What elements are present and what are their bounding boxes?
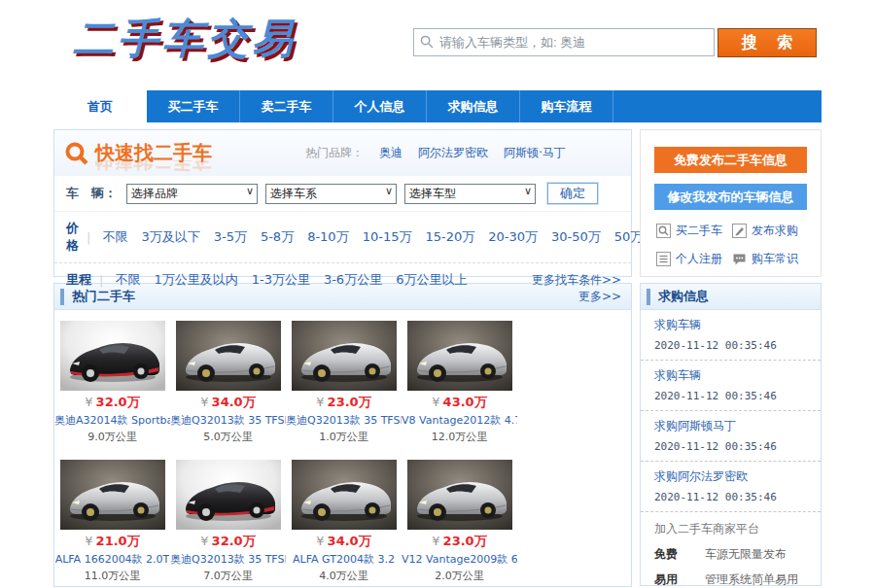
nav-tab-buy[interactable]: 买二手车 (147, 90, 240, 122)
car-price: ¥23.0万 (316, 394, 370, 411)
wanted-item-link[interactable]: 求购车辆 (654, 317, 811, 333)
wanted-item-link[interactable]: 求购车辆 (654, 367, 811, 384)
car-card-grid: ¥32.0万 奥迪A32014款 Sportback 9.0万公里 ¥34.0万… (54, 310, 631, 587)
car-photo[interactable] (292, 460, 397, 530)
car-mileage: 12.0万公里 (432, 430, 488, 444)
post-wanted-link[interactable]: 发布求购 (732, 223, 808, 239)
car-name-link[interactable]: 奥迪A32014款 Sportback (54, 413, 170, 428)
car-mileage: 4.0万公里 (319, 569, 368, 583)
car-card: ¥32.0万 奥迪Q32013款 35 TFSI 7.0万公里 (170, 460, 286, 583)
mileage-option-under1[interactable]: 1万公里及以内 (154, 271, 237, 289)
nav-tab-process[interactable]: 购车流程 (520, 90, 613, 122)
price-option-any[interactable]: 不限 (102, 228, 127, 246)
mileage-option-over6[interactable]: 6万公里以上 (396, 271, 467, 289)
car-photo[interactable] (60, 321, 165, 391)
wanted-item-link[interactable]: 求购阿尔法罗密欧 (654, 468, 811, 485)
car-price: ¥34.0万 (200, 394, 255, 411)
search-button[interactable]: 搜 索 (718, 28, 817, 57)
buy-car-link[interactable]: 买二手车 (656, 223, 732, 239)
vehicle-label: 车 辆： (66, 185, 117, 202)
car-photo[interactable] (176, 321, 281, 391)
accent-bar (60, 289, 64, 305)
price-option-10-15[interactable]: 10-15万 (363, 228, 412, 246)
mileage-label: 里程 (66, 271, 91, 289)
accent-bar (647, 289, 650, 305)
price-filter-row: 价格 | 不限 3万及以下 3-5万 5-8万 8-10万 10-15万 15-… (54, 212, 631, 262)
search-icon (420, 35, 434, 49)
hot-cars-more-link[interactable]: 更多>> (578, 289, 621, 305)
wanted-item-date: 2020-11-12 00:35:46 (654, 339, 811, 352)
price-option-3-5[interactable]: 3-5万 (214, 228, 247, 246)
join-dealer-title: 加入二手车商家平台 (654, 521, 811, 537)
price-option-8-10[interactable]: 8-10万 (307, 228, 349, 246)
confirm-button[interactable]: 确定 (547, 183, 598, 204)
chat-icon (732, 252, 747, 266)
wanted-item: 求购车辆 2020-11-12 00:35:46 (641, 310, 821, 361)
register-link[interactable]: 个人注册 (656, 251, 732, 267)
publish-car-button[interactable]: 免费发布二手车信息 (654, 147, 807, 173)
register-icon (656, 252, 671, 266)
nav-tab-wanted[interactable]: 求购信息 (427, 90, 520, 122)
brand-select[interactable]: 选择品牌 (126, 184, 258, 204)
search-box (413, 28, 715, 56)
price-option-15-20[interactable]: 15-20万 (425, 228, 474, 246)
car-mileage: 9.0万公里 (88, 430, 137, 444)
quick-links: 买二手车 发布求购 (641, 210, 821, 279)
wanted-item: 求购阿斯顿马丁 2020-11-12 00:35:46 (641, 411, 821, 462)
car-name-link[interactable]: ALFA GT2004款 3.2 (293, 552, 395, 567)
car-name-link[interactable]: ALFA 1662004款 2.0T (55, 552, 170, 567)
more-conditions-link[interactable]: 更多找车条件>> (532, 272, 621, 289)
hot-brand-audi[interactable]: 奥迪 (379, 145, 402, 161)
edit-icon (732, 224, 747, 238)
wanted-header: 求购信息 (641, 284, 821, 310)
join-row: 易用 管理系统简单易用 (654, 571, 811, 586)
car-mileage: 7.0万公里 (203, 569, 253, 583)
wanted-item-date: 2020-11-12 00:35:46 (654, 390, 811, 402)
hot-brand-alfa[interactable]: 阿尔法罗密欧 (418, 145, 488, 161)
car-photo[interactable] (60, 460, 165, 530)
model-select[interactable]: 选择车型 (404, 184, 536, 204)
car-name-link[interactable]: V12 Vantage2009款 6.0L (402, 552, 517, 567)
join-row: 免费 车源无限量发布 (654, 546, 811, 563)
vehicle-select-row: 车 辆： 选择品牌 ∨ 选择车系 ∨ 选择车型 ∨ 确定 (54, 176, 631, 211)
hot-cars-title: 热门二手车 (72, 288, 578, 305)
car-photo[interactable] (292, 321, 397, 391)
buying-tips-link[interactable]: 购车常识 (732, 251, 808, 267)
car-name-link[interactable]: 奥迪Q32013款 35 TFSI 进 (286, 413, 402, 428)
nav-tab-profile[interactable]: 个人信息 (333, 90, 427, 122)
mileage-option-1-3[interactable]: 1-3万公里 (252, 271, 310, 289)
car-name-link[interactable]: 奥迪Q32013款 35 TFSI (170, 552, 286, 567)
magnifier-icon (64, 141, 89, 166)
wanted-item-link[interactable]: 求购阿斯顿马丁 (654, 418, 811, 434)
site-logo: 二手车交易 (73, 12, 297, 66)
mileage-option-any[interactable]: 不限 (115, 271, 140, 289)
car-card: ¥23.0万 V12 Vantage2009款 6.0L 2.0万公里 (402, 460, 517, 583)
car-name-link[interactable]: 奥迪Q32013款 35 TFSI 好 (170, 413, 286, 428)
wanted-title: 求购信息 (658, 288, 811, 305)
car-name-link[interactable]: V8 Vantage2012款 4.7 S (402, 413, 517, 428)
mileage-option-3-6[interactable]: 3-6万公里 (324, 271, 382, 289)
car-price: ¥43.0万 (432, 394, 486, 411)
modify-car-button[interactable]: 修改我发布的车辆信息 (654, 184, 807, 210)
wanted-item-date: 2020-11-12 00:35:46 (654, 491, 811, 503)
join-dealer-section: 加入二手车商家平台 免费 车源无限量发布 易用 管理系统简单易用 (641, 512, 821, 586)
price-option-20-30[interactable]: 20-30万 (488, 228, 538, 246)
search-input[interactable] (413, 28, 715, 56)
page: 二手车交易 搜 索 首页 买二手车 卖二手车 个人信息 求购信息 购车流程 (0, 0, 875, 588)
price-option-under3[interactable]: 3万及以下 (141, 228, 199, 246)
car-photo[interactable] (407, 460, 512, 530)
nav-tab-home[interactable]: 首页 (53, 90, 147, 122)
series-select[interactable]: 选择车系 (265, 184, 397, 204)
price-option-30-50[interactable]: 30-50万 (551, 228, 601, 246)
nav-tab-sell[interactable]: 卖二手车 (240, 90, 333, 122)
car-card: ¥43.0万 V8 Vantage2012款 4.7 S 12.0万公里 (402, 321, 517, 444)
filters: 价格 | 不限 3万及以下 3-5万 5-8万 8-10万 10-15万 15-… (54, 211, 631, 296)
hot-brand-aston[interactable]: 阿斯顿·马丁 (504, 145, 566, 161)
price-option-5-8[interactable]: 5-8万 (261, 228, 294, 246)
car-photo[interactable] (407, 321, 512, 391)
car-photo[interactable] (176, 460, 281, 530)
car-mileage: 11.0万公里 (85, 569, 141, 583)
divider: | (87, 230, 90, 245)
car-card: ¥34.0万 ALFA GT2004款 3.2 4.0万公里 (286, 460, 402, 583)
quick-find-panel: 快速找二手车 快速找二手车 热门品牌： 奥迪 阿尔法罗密欧 阿斯顿·马丁 车 辆… (53, 129, 632, 277)
